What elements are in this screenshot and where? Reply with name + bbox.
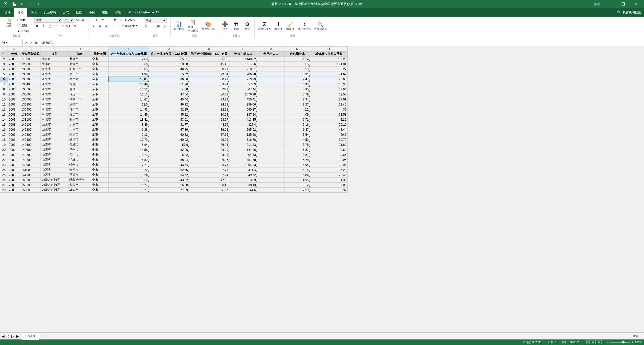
table-cell[interactable]: 62.56 [149, 167, 189, 173]
table-cell[interactable]: 45.46 [189, 62, 229, 67]
tab-formula[interactable]: 公式 [59, 8, 72, 17]
font-size-select[interactable]: 11 [63, 18, 74, 23]
col-header-l[interactable]: L [229, 47, 257, 52]
table-cell[interactable]: 14.49 [109, 82, 149, 87]
table-cell[interactable]: 衡水市 [68, 117, 91, 122]
table-cell[interactable] [257, 122, 285, 127]
restore-button[interactable]: ❐ [617, 0, 629, 8]
table-cell[interactable]: 河北省 [41, 67, 68, 72]
table-cell[interactable]: 2003 [8, 87, 20, 92]
table-cell[interactable]: 703.28 [310, 57, 348, 62]
table-cell[interactable]: 长治市 [68, 137, 91, 142]
row-num-19[interactable]: 19 [0, 142, 8, 147]
zoom-slider[interactable] [610, 342, 630, 343]
sort-filter-button[interactable]: ↕ 排序和筛选 [297, 21, 312, 31]
table-cell[interactable]: 2003 [8, 142, 20, 147]
table-cell[interactable]: 35.81 [149, 57, 189, 62]
table-cell[interactable]: 太原市 [68, 122, 91, 127]
table-cell[interactable]: 5.47 [285, 127, 310, 132]
table-cell[interactable]: 全市 [91, 62, 109, 67]
table-cell[interactable]: 140800 [20, 157, 41, 162]
table-cell[interactable]: 河北省 [41, 117, 68, 122]
table-cell[interactable]: 2003 [8, 102, 20, 107]
table-cell[interactable]: 20.7 [310, 132, 348, 137]
table-cell[interactable]: 44.74 [189, 122, 229, 127]
sheet-scroll-right[interactable]: ▶ [15, 334, 20, 338]
table-cell[interactable]: 全市 [91, 77, 109, 82]
indent-increase-button[interactable]: → [116, 23, 122, 28]
table-cell[interactable]: 6.72 [285, 117, 310, 122]
row-num-2[interactable]: 2 [0, 57, 8, 62]
table-cell[interactable]: 47.54 [149, 92, 189, 97]
clear-button[interactable]: 🧹 清除 ▼ [285, 21, 296, 31]
table-cell[interactable]: 河北省 [41, 92, 68, 97]
table-cell[interactable]: 22.94 [310, 162, 348, 167]
table-cell[interactable]: 2003 [8, 162, 20, 167]
table-cell[interactable] [257, 82, 285, 87]
table-cell[interactable]: 21.82 [310, 142, 348, 147]
bold-button[interactable]: B [34, 23, 40, 28]
table-cell[interactable]: 石家庄市 [68, 67, 91, 72]
table-cell[interactable]: 邢台市 [68, 87, 91, 92]
table-cell[interactable]: 全市 [91, 107, 109, 112]
table-cell[interactable]: 河北省 [41, 82, 68, 87]
zoom-out-button[interactable]: ─ [607, 341, 609, 344]
table-cell[interactable]: 3.49 [109, 122, 149, 127]
table-cell[interactable]: 2.94 [285, 97, 310, 102]
table-cell[interactable]: 包头市 [68, 183, 91, 188]
table-cell[interactable]: 10.05 [109, 77, 149, 82]
table-cell[interactable]: 3.2 [285, 183, 310, 188]
table-cell[interactable]: 北京市 [68, 57, 91, 62]
table-cell[interactable]: 26.67 [189, 188, 229, 193]
row-num-23[interactable]: 23 [0, 162, 8, 167]
table-cell[interactable]: 4.95 [285, 178, 310, 183]
row-num-16[interactable]: 16 [0, 127, 8, 132]
table-cell[interactable]: 全市 [91, 173, 109, 178]
row-num-14[interactable]: 14 [0, 117, 8, 122]
table-cell[interactable]: 晋中市 [68, 152, 91, 157]
table-cell[interactable]: 全市 [91, 142, 109, 147]
table-cell[interactable]: 56.28 [149, 183, 189, 188]
tab-review[interactable]: 审阅 [86, 8, 99, 17]
table-cell[interactable]: 全市 [91, 132, 109, 137]
table-cell[interactable]: 54.58 [149, 87, 189, 92]
grid-wrapper[interactable]: A B C D E I J K L M N O 1 年份 [0, 46, 644, 332]
table-cell[interactable]: 全市 [91, 167, 109, 173]
table-cell[interactable]: 5.87 [285, 147, 310, 152]
table-cell[interactable]: 2003 [8, 122, 20, 127]
table-cell[interactable]: 387.24 [229, 112, 257, 117]
table-cell[interactable]: 4.09 [285, 112, 310, 117]
table-cell[interactable]: 北京市 [41, 57, 68, 62]
confirm-formula-button[interactable]: ✓ [29, 41, 34, 45]
align-middle-button[interactable]: ≡ [100, 18, 105, 23]
table-cell[interactable]: 71.09 [149, 188, 189, 193]
table-cell[interactable]: 6.38 [109, 127, 149, 132]
table-cell[interactable]: 50.88 [149, 62, 189, 67]
row-num-9[interactable]: 9 [0, 92, 8, 97]
table-cell[interactable]: 50.29 [189, 77, 229, 82]
table-cell[interactable]: 17.71 [109, 162, 149, 167]
cell-k1[interactable]: 第三产业增加值占GDP比重 [189, 52, 229, 57]
table-cell[interactable]: 316.78 [229, 137, 257, 142]
table-cell[interactable]: 6.15 [285, 167, 310, 173]
table-cell[interactable]: 60.32 [149, 132, 189, 137]
table-cell[interactable]: 阳泉市 [68, 132, 91, 137]
table-cell[interactable]: 27.71 [189, 167, 229, 173]
table-cell[interactable]: 32.95 [310, 157, 348, 162]
table-cell[interactable]: 150200 [20, 183, 41, 188]
table-cell[interactable]: 朔州市 [68, 147, 91, 152]
table-cell[interactable]: 131000 [20, 112, 41, 117]
col-header-m[interactable]: M [257, 47, 285, 52]
percent-button[interactable]: % [143, 24, 149, 29]
table-cell[interactable]: 3.66 [109, 62, 149, 67]
table-cell[interactable]: 130200 [20, 72, 41, 77]
orient-button[interactable]: ⟳ [112, 18, 118, 23]
table-cell[interactable] [257, 87, 285, 92]
search-label[interactable]: 操作说明搜索 [623, 10, 641, 15]
table-cell[interactable]: 沧州市 [68, 107, 91, 112]
table-cell[interactable]: 14.49 [109, 112, 149, 117]
table-cell[interactable]: 天津市 [68, 62, 91, 67]
table-cell[interactable]: 238.13 [229, 183, 257, 188]
table-cell[interactable]: 411.4 [229, 167, 257, 173]
table-cell[interactable]: 141100 [20, 173, 41, 178]
